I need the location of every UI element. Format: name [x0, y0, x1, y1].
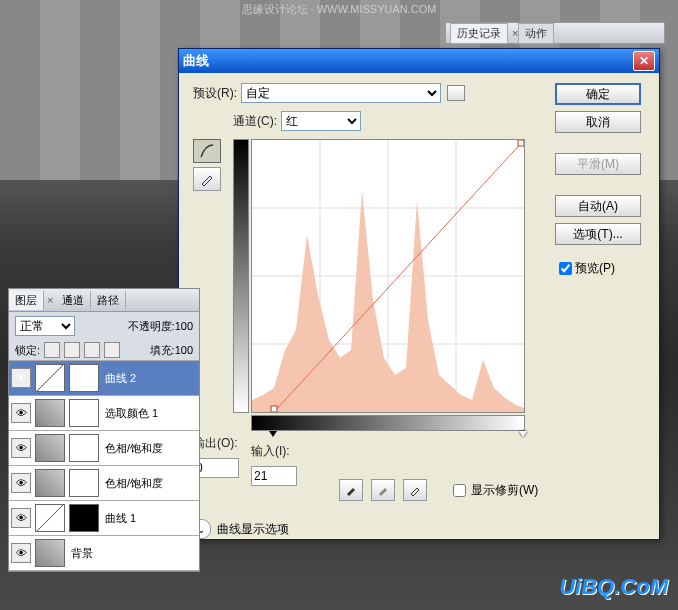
opacity-label: 不透明度: [128, 320, 175, 332]
layer-name: 色相/饱和度 [105, 476, 163, 491]
lock-position-icon[interactable] [84, 342, 100, 358]
cancel-button[interactable]: 取消 [555, 111, 641, 133]
layer-row[interactable]: 👁 曲线 1 [9, 501, 199, 536]
layer-mask-thumb[interactable] [69, 504, 99, 532]
channel-label: 通道(C): [233, 113, 277, 130]
layer-row[interactable]: 👁 色相/饱和度 [9, 431, 199, 466]
black-eyedropper-icon[interactable] [339, 479, 363, 501]
preview-checkbox[interactable] [559, 262, 572, 275]
layer-row[interactable]: 👁 色相/饱和度 [9, 466, 199, 501]
visibility-icon[interactable]: 👁 [11, 438, 31, 458]
preset-label: 预设(R): [193, 85, 237, 102]
tab-actions[interactable]: 动作 [518, 23, 554, 44]
svg-rect-7 [271, 406, 277, 412]
titlebar[interactable]: 曲线 ✕ [179, 49, 659, 73]
auto-button[interactable]: 自动(A) [555, 195, 641, 217]
bottom-watermark: UiBQ.CoM [559, 574, 668, 600]
vertical-gradient [233, 139, 249, 413]
blend-mode-select[interactable]: 正常 [15, 316, 75, 336]
white-eyedropper-icon[interactable] [403, 479, 427, 501]
channel-select[interactable]: 红 [281, 111, 361, 131]
layer-name: 选取颜色 1 [105, 406, 158, 421]
svg-rect-8 [518, 140, 524, 146]
tab-history[interactable]: 历史记录 [450, 23, 508, 44]
gray-eyedropper-icon[interactable] [371, 479, 395, 501]
layer-name: 色相/饱和度 [105, 441, 163, 456]
display-options-label: 曲线显示选项 [217, 521, 289, 538]
visibility-icon[interactable]: 👁 [11, 473, 31, 493]
tab-layers[interactable]: 图层 [9, 291, 44, 310]
fill-label: 填充: [150, 344, 175, 356]
layer-mask-thumb[interactable] [69, 399, 99, 427]
tab-channels[interactable]: 通道 [56, 291, 91, 310]
layer-thumb[interactable] [35, 504, 65, 532]
layer-name: 曲线 1 [105, 511, 136, 526]
layer-thumb[interactable] [35, 434, 65, 462]
tab-paths[interactable]: 路径 [91, 291, 126, 310]
layer-mask-thumb[interactable] [69, 434, 99, 462]
lock-all-icon[interactable] [104, 342, 120, 358]
lock-pixels-icon[interactable] [64, 342, 80, 358]
dialog-title: 曲线 [183, 52, 633, 70]
smooth-button[interactable]: 平滑(M) [555, 153, 641, 175]
preset-select[interactable]: 自定 [241, 83, 441, 103]
opacity-value[interactable]: 100 [175, 320, 193, 332]
lock-label: 锁定: [15, 343, 40, 358]
show-clip-label: 显示修剪(W) [471, 482, 538, 499]
curve-canvas[interactable] [251, 139, 525, 413]
fill-value[interactable]: 100 [175, 344, 193, 356]
input-label: 输入(I): [251, 443, 290, 460]
lock-transparency-icon[interactable] [44, 342, 60, 358]
visibility-icon[interactable]: 👁 [11, 368, 31, 388]
layer-row[interactable]: 👁 选取颜色 1 [9, 396, 199, 431]
layer-row[interactable]: 👁 背景 [9, 536, 199, 571]
layer-thumb[interactable] [35, 399, 65, 427]
layer-row[interactable]: 👁 曲线 2 [9, 361, 199, 396]
close-icon[interactable]: × [44, 294, 56, 306]
close-button[interactable]: ✕ [633, 51, 655, 71]
white-point-slider[interactable] [519, 431, 527, 437]
visibility-icon[interactable]: 👁 [11, 508, 31, 528]
visibility-icon[interactable]: 👁 [11, 543, 31, 563]
layer-name: 背景 [71, 546, 93, 561]
history-panel-bar: 历史记录 × 动作 [445, 22, 665, 44]
visibility-icon[interactable]: 👁 [11, 403, 31, 423]
layer-mask-thumb[interactable] [69, 469, 99, 497]
layer-thumb[interactable] [35, 469, 65, 497]
layer-thumb[interactable] [35, 364, 65, 392]
curve-tool-icon[interactable] [193, 139, 221, 163]
options-button[interactable]: 选项(T)... [555, 223, 641, 245]
preview-label: 预览(P) [575, 260, 615, 277]
layers-panel: 图层× 通道 路径 正常 不透明度:100 锁定: 填充:100 👁 曲线 2 … [8, 288, 200, 572]
layer-thumb[interactable] [35, 539, 65, 567]
layer-name: 曲线 2 [105, 371, 136, 386]
pencil-tool-icon[interactable] [193, 167, 221, 191]
layer-mask-thumb[interactable] [69, 364, 99, 392]
horizontal-gradient [251, 415, 525, 431]
ok-button[interactable]: 确定 [555, 83, 641, 105]
show-clipping-checkbox[interactable] [453, 484, 466, 497]
top-watermark: 思缘设计论坛 · WWW.MISSYUAN.COM [0, 2, 678, 17]
preset-menu-icon[interactable] [447, 85, 465, 101]
curves-dialog: 曲线 ✕ 预设(R): 自定 通道(C): 红 [178, 48, 660, 540]
